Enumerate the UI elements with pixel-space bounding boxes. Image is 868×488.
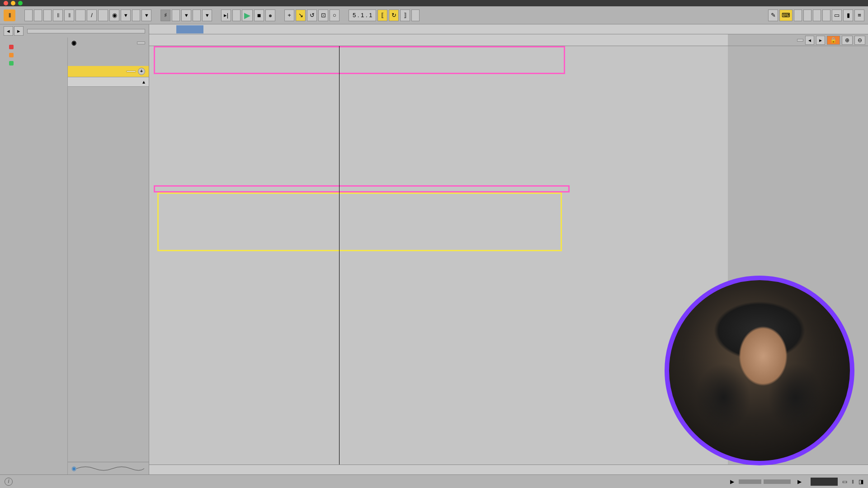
punch-in-icon[interactable]: ⟦ (377, 9, 387, 21)
record-button[interactable]: ● (265, 9, 275, 21)
beat-ruler[interactable] (149, 34, 728, 46)
sample-rate-field[interactable] (813, 9, 821, 21)
filters-edit-button[interactable] (137, 42, 145, 44)
sort-icon[interactable]: ▴ (142, 79, 145, 85)
midi-button[interactable] (803, 9, 811, 21)
nudge-down-icon[interactable]: ⦀ (53, 9, 63, 21)
loop-length-field[interactable] (411, 9, 420, 21)
set-locator-button[interactable] (797, 39, 803, 42)
svg-rect-0 (739, 479, 761, 484)
metronome-icon[interactable]: ◉ (109, 9, 119, 21)
arrangement-view: ◂ ▸ 🔒 ⊕ ⊖ (149, 24, 868, 474)
tap-button[interactable] (34, 9, 42, 21)
spectrum-icon[interactable] (811, 478, 838, 486)
titlebar (0, 0, 868, 6)
maximize-window-icon[interactable] (18, 1, 23, 5)
stop-button[interactable]: ■ (254, 9, 264, 21)
nudge-up-icon[interactable]: ⦀ (64, 9, 74, 21)
overdub-icon[interactable]: + (284, 9, 294, 21)
mini-play-icon-2[interactable]: ▶ (797, 479, 802, 485)
time-ruler[interactable] (149, 465, 868, 474)
quantize-field[interactable] (132, 9, 140, 21)
transport-bar: ⦀ ⦀ ⦀ / ◉ ▾ ▾ ♯ ▾ ▾ ▸| ▶ ■ ● + ↘ ↺ ⊡ ○ 5… (0, 6, 868, 24)
prev-locator-icon[interactable]: ◂ (805, 36, 814, 45)
play-button[interactable]: ▶ (242, 9, 253, 21)
browser-panel: ◂ ▸ ◉ (0, 24, 149, 474)
loop-start-field[interactable]: 5 . 1 . 1 (349, 9, 376, 21)
minimize-window-icon[interactable] (11, 1, 15, 5)
options-plus-icon[interactable]: ⊕ (842, 36, 853, 45)
browser-fwd-icon[interactable]: ▸ (14, 26, 24, 36)
info-icon[interactable]: i (5, 478, 13, 486)
add-filter-icon[interactable]: + (138, 68, 145, 75)
next-locator-icon[interactable]: ▸ (816, 36, 825, 45)
show-hide-icon-1[interactable]: ▭ (842, 479, 847, 485)
key-button[interactable] (794, 9, 802, 21)
follow-icon[interactable]: ▸| (221, 9, 231, 21)
scale-mode[interactable] (193, 9, 201, 21)
library-header (0, 67, 67, 73)
preview-waveform[interactable]: ◉ (68, 462, 149, 474)
session-rec-icon[interactable]: ○ (330, 9, 340, 21)
svg-rect-2 (811, 478, 838, 486)
search-input[interactable] (27, 29, 145, 33)
clips-area[interactable] (149, 46, 728, 465)
close-window-icon[interactable] (4, 1, 8, 5)
mini-play-icon[interactable]: ▶ (730, 479, 734, 485)
automation-arm-icon[interactable]: ↘ (296, 9, 306, 21)
show-hide-icon-2[interactable]: ⦀ (852, 479, 854, 485)
loop-icon[interactable]: ↻ (389, 9, 399, 21)
reenable-automation-icon[interactable]: ↺ (307, 9, 317, 21)
clear-filters-button[interactable] (126, 70, 136, 72)
position-field[interactable] (232, 9, 241, 21)
midi-in-icon: ▮ (843, 9, 853, 21)
capture-icon[interactable]: ⊡ (318, 9, 328, 21)
filter-type-label[interactable] (68, 48, 149, 52)
collection-orange[interactable] (0, 51, 67, 59)
browser-back-icon[interactable]: ◂ (4, 26, 13, 36)
filter-character-label[interactable] (68, 59, 149, 62)
options-fwd-icon[interactable]: ⊖ (854, 36, 865, 45)
filter-genres-label[interactable] (68, 62, 149, 66)
metronome-settings-icon[interactable]: ▾ (121, 9, 131, 21)
timesig-denom[interactable] (98, 9, 108, 21)
collections-header (0, 38, 67, 43)
filter-toggle-icon[interactable]: ◉ (71, 39, 76, 46)
collection-green[interactable] (0, 59, 67, 67)
arrangement-overview[interactable] (149, 24, 868, 34)
places-header (0, 73, 67, 78)
svg-rect-1 (764, 479, 791, 484)
computer-midi-icon[interactable]: ⌨ (779, 9, 793, 21)
overload-icon[interactable]: ▭ (832, 9, 842, 21)
device-overview-icon[interactable] (739, 478, 793, 486)
lock-icon[interactable]: 🔒 (827, 36, 840, 45)
live-logo-icon[interactable]: ⦀ (4, 9, 15, 21)
draw-mode-icon[interactable]: ✎ (768, 9, 778, 21)
collection-favorites[interactable] (0, 43, 67, 51)
timesig-numer[interactable] (75, 9, 85, 21)
preview-play-icon[interactable]: ◉ (71, 465, 76, 472)
filter-drums-label[interactable] (68, 53, 149, 57)
cpu-meter (822, 9, 830, 21)
menu-icon[interactable]: ≡ (854, 9, 864, 21)
punch-out-icon[interactable]: ⟧ (400, 9, 410, 21)
scale-icon[interactable]: ♯ (160, 9, 170, 21)
webcam-overlay (665, 276, 854, 465)
show-hide-icon-3[interactable]: ◨ (859, 479, 863, 485)
tempo-field[interactable] (43, 9, 52, 21)
scale-root[interactable] (172, 9, 180, 21)
status-bar: i ▶ ▶ ▭ ⦀ ◨ (0, 474, 868, 488)
link-button[interactable] (24, 9, 33, 21)
